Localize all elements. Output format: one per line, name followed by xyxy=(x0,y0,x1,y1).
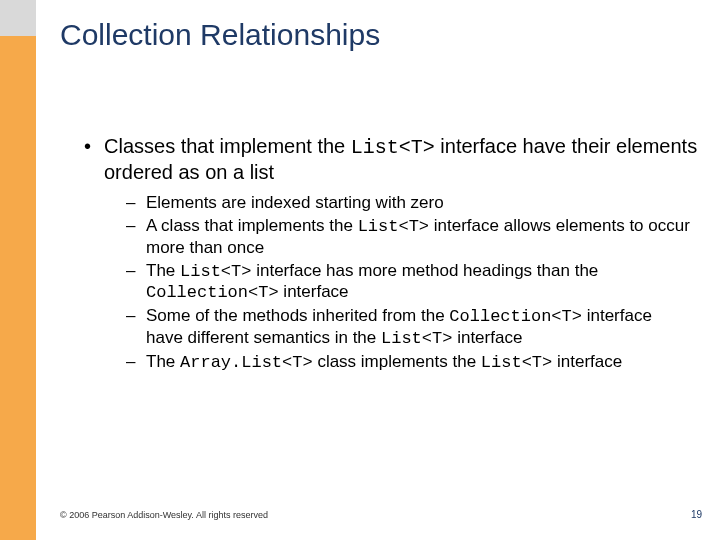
page-number: 19 xyxy=(691,509,702,520)
text-span: interface xyxy=(452,328,522,347)
copyright-footer: © 2006 Pearson Addison-Wesley. All right… xyxy=(60,510,268,520)
sub-bullet: Elements are indexed starting with zero xyxy=(146,193,700,214)
code-span: Collection<T> xyxy=(146,283,279,302)
text-span: interface has more method headings than … xyxy=(251,261,598,280)
text-span: interface xyxy=(552,352,622,371)
main-bullet-pre: Classes that implement the xyxy=(104,135,351,157)
code-span: List<T> xyxy=(481,353,552,372)
sub-bullet: The Array.List<T> class implements the L… xyxy=(146,352,700,374)
main-bullet: Classes that implement the List<T> inter… xyxy=(60,134,700,185)
sub-bullet: A class that implements the List<T> inte… xyxy=(146,216,700,259)
main-bullet-code: List<T> xyxy=(351,136,435,159)
slide-title: Collection Relationships xyxy=(60,18,700,52)
text-span: The xyxy=(146,261,180,280)
text-span: The xyxy=(146,352,180,371)
text-span: interface xyxy=(279,282,349,301)
sub-bullet-list: Elements are indexed starting with zeroA… xyxy=(60,193,700,374)
code-span: List<T> xyxy=(381,329,452,348)
code-span: Array.List<T> xyxy=(180,353,313,372)
sub-bullet: The List<T> interface has more method he… xyxy=(146,261,700,305)
sidebar-accent xyxy=(0,0,36,540)
text-span: A class that implements the xyxy=(146,216,358,235)
text-span: class implements the xyxy=(313,352,481,371)
code-span: List<T> xyxy=(180,262,251,281)
code-span: List<T> xyxy=(358,217,429,236)
code-span: Collection<T> xyxy=(449,307,582,326)
sidebar-top-square xyxy=(0,0,36,36)
sub-bullet: Some of the methods inherited from the C… xyxy=(146,306,700,350)
text-span: Some of the methods inherited from the xyxy=(146,306,449,325)
text-span: Elements are indexed starting with zero xyxy=(146,193,444,212)
slide-content: Collection Relationships Classes that im… xyxy=(60,18,700,376)
